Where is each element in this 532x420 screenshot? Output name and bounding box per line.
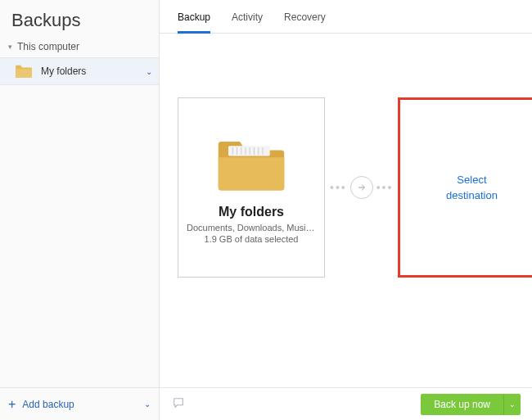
sidebar: Backups ▾ This computer My folders ⌄ + A… [0, 0, 160, 420]
destination-card[interactable]: Select destination [398, 97, 532, 278]
content-area: My folders Documents, Downloads, Music, … [160, 34, 532, 387]
app-root: Backups ▾ This computer My folders ⌄ + A… [0, 0, 532, 420]
dots-left-icon: ••• [330, 181, 347, 194]
chevron-down-icon: ▾ [8, 43, 12, 51]
add-backup-button[interactable]: + Add backup ⌄ [0, 387, 159, 420]
tab-recovery[interactable]: Recovery [284, 11, 326, 33]
folder-icon [214, 136, 288, 193]
svg-rect-0 [228, 146, 270, 156]
chevron-down-icon[interactable]: ⌄ [144, 400, 151, 409]
sidebar-item-my-folders[interactable]: My folders ⌄ [0, 57, 159, 85]
arrow-right-icon [350, 176, 373, 199]
dots-right-icon: ••• [376, 181, 394, 194]
sidebar-spacer [0, 85, 159, 387]
sidebar-title: Backups [0, 0, 159, 38]
backup-now-button[interactable]: Back up now [421, 394, 504, 415]
add-backup-label: Add backup [22, 399, 144, 410]
plus-icon: + [8, 398, 16, 411]
source-size: 1.9 GB of data selected [205, 234, 299, 244]
chevron-down-icon[interactable]: ⌄ [146, 67, 152, 76]
main-footer: Back up now ⌄ [160, 387, 532, 420]
tabbar: Backup Activity Recovery [160, 0, 532, 34]
flow-arrow: ••• ••• [330, 176, 393, 199]
destination-label-line1: Select [457, 172, 486, 188]
tree-group-this-computer[interactable]: ▾ This computer [0, 38, 159, 57]
tab-activity[interactable]: Activity [232, 11, 263, 33]
destination-label-line2: destination [446, 187, 498, 204]
source-name: My folders [219, 205, 284, 219]
tab-backup[interactable]: Backup [178, 11, 210, 34]
main: Backup Activity Recovery [160, 0, 532, 420]
source-card[interactable]: My folders Documents, Downloads, Music, … [178, 97, 325, 278]
chat-icon[interactable] [171, 396, 186, 413]
tree-group-label: This computer [17, 41, 79, 52]
backup-now-split-button: Back up now ⌄ [421, 394, 521, 415]
backup-now-dropdown[interactable]: ⌄ [504, 394, 521, 415]
source-description: Documents, Downloads, Music, Pi… [187, 223, 316, 233]
folder-icon [15, 64, 33, 79]
backup-flow: My folders Documents, Downloads, Music, … [178, 97, 532, 278]
sidebar-item-label: My folders [41, 65, 146, 77]
